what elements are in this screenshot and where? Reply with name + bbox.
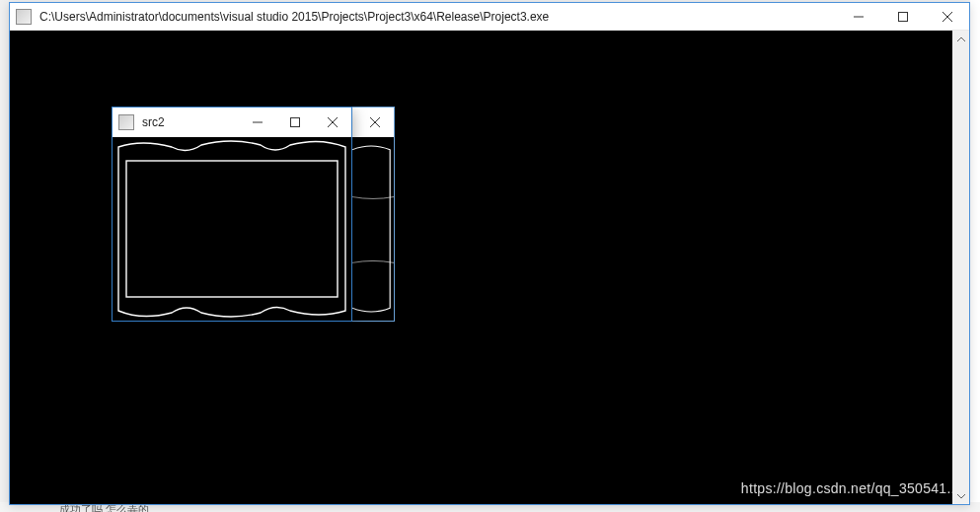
cv-window-back: [351, 107, 395, 322]
scroll-down-arrow[interactable]: [952, 487, 969, 504]
maximize-icon: [898, 12, 908, 22]
main-window-controls: [836, 3, 969, 30]
cv-src2-close-button[interactable]: [314, 108, 351, 137]
close-icon: [942, 12, 952, 22]
cv-back-titlebar[interactable]: [352, 108, 394, 137]
cv-src2-titlebar[interactable]: src2: [113, 108, 351, 137]
app-icon: [16, 9, 32, 25]
close-button[interactable]: [925, 3, 969, 30]
cv-back-close-button[interactable]: [356, 108, 394, 137]
cv-src2-minimize-button[interactable]: [239, 108, 276, 137]
maximize-button[interactable]: [880, 3, 925, 30]
scroll-up-arrow[interactable]: [952, 31, 969, 47]
cv-src2-maximize-button[interactable]: [276, 108, 314, 137]
console-client-area: src2: [10, 31, 969, 504]
cv-src2-controls: [239, 108, 351, 137]
close-icon: [370, 117, 380, 127]
chevron-down-icon: [957, 492, 965, 500]
maximize-icon: [290, 117, 300, 127]
svg-rect-11: [113, 137, 351, 321]
main-window-title: C:\Users\Administrator\documents\visual …: [39, 10, 836, 24]
cv-src2-edges: [113, 137, 351, 321]
svg-rect-1: [898, 12, 907, 21]
vertical-scrollbar[interactable]: [952, 31, 969, 504]
cv-src2-title: src2: [142, 115, 239, 129]
background-right-strip: [970, 0, 980, 512]
svg-rect-8: [291, 118, 300, 127]
cv-back-image: [352, 137, 394, 321]
close-icon: [328, 117, 338, 127]
minimize-icon: [253, 117, 263, 127]
cv-back-edges: [352, 137, 394, 321]
main-console-window: C:\Users\Administrator\documents\visual …: [9, 2, 970, 505]
chevron-up-icon: [957, 36, 965, 43]
minimize-icon: [854, 12, 864, 22]
svg-rect-6: [352, 140, 394, 317]
scroll-track[interactable]: [952, 47, 969, 487]
main-titlebar[interactable]: C:\Users\Administrator\documents\visual …: [10, 3, 969, 31]
cv-src2-image: [113, 137, 351, 321]
app-icon: [118, 114, 134, 130]
cv-window-src2: src2: [112, 107, 352, 322]
minimize-button[interactable]: [836, 3, 880, 30]
watermark-text: https://blog.csdn.net/qq_350541...: [741, 480, 959, 496]
